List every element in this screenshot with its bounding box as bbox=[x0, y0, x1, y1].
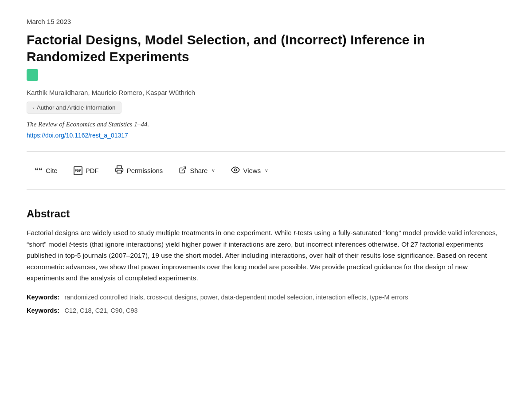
cite-icon: ❝❝ bbox=[35, 166, 43, 175]
views-icon bbox=[231, 165, 240, 176]
views-label: Views bbox=[243, 167, 261, 174]
article-title-text: Factorial Designs, Model Selection, and … bbox=[27, 31, 505, 65]
open-access-badge bbox=[27, 69, 38, 81]
cite-label: Cite bbox=[46, 167, 58, 174]
permissions-icon bbox=[115, 165, 124, 176]
abstract-section: Abstract Factorial designs are widely us… bbox=[27, 208, 505, 315]
share-icon bbox=[179, 166, 187, 176]
keywords1-values: randomized controlled trials, cross-cut … bbox=[61, 294, 408, 301]
abstract-body: Factorial designs are widely used to stu… bbox=[27, 227, 505, 284]
journal-pages: 1–44. bbox=[134, 121, 149, 128]
pdf-button[interactable]: PDF PDF bbox=[66, 163, 107, 179]
permissions-button[interactable]: Permissions bbox=[107, 161, 171, 180]
article-title-row: Factorial Designs, Model Selection, and … bbox=[27, 31, 505, 83]
keywords2-label: Keywords: bbox=[27, 307, 59, 314]
svg-point-2 bbox=[235, 169, 237, 171]
views-dropdown-icon: ∨ bbox=[265, 168, 268, 173]
chevron-right-icon: › bbox=[32, 105, 34, 110]
views-button[interactable]: Views ∨ bbox=[223, 162, 276, 180]
pdf-label: PDF bbox=[86, 167, 99, 174]
keywords2-values: C12, C18, C21, C90, C93 bbox=[61, 307, 137, 314]
journal-info: The Review of Economics and Statistics 1… bbox=[27, 121, 505, 128]
svg-line-1 bbox=[182, 167, 186, 170]
share-button[interactable]: Share ∨ bbox=[171, 162, 223, 179]
article-authors: Karthik Muralidharan, Mauricio Romero, K… bbox=[27, 89, 505, 96]
keywords-row-2: Keywords: C12, C18, C21, C90, C93 bbox=[27, 306, 505, 316]
share-label: Share bbox=[190, 167, 207, 174]
pdf-icon: PDF bbox=[74, 166, 82, 175]
doi-link[interactable]: https://doi.org/10.1162/rest_a_01317 bbox=[27, 132, 505, 139]
toolbar-divider bbox=[27, 151, 505, 152]
article-date: March 15 2023 bbox=[27, 18, 505, 25]
author-info-label: Author and Article Information bbox=[37, 104, 116, 111]
abstract-text-part3: -tests (that ignore interactions) yield … bbox=[27, 240, 487, 282]
abstract-text-part1: Factorial designs are widely used to stu… bbox=[27, 229, 293, 236]
share-dropdown-icon: ∨ bbox=[211, 168, 215, 173]
cite-button[interactable]: ❝❝ Cite bbox=[27, 163, 66, 178]
article-toolbar: ❝❝ Cite PDF PDF Permissions Share bbox=[27, 161, 505, 180]
keywords1-label: Keywords: bbox=[27, 294, 59, 301]
permissions-label: Permissions bbox=[127, 167, 163, 174]
abstract-heading: Abstract bbox=[27, 208, 505, 220]
journal-name: The Review of Economics and Statistics bbox=[27, 121, 133, 128]
content-divider bbox=[27, 189, 505, 190]
svg-rect-0 bbox=[117, 170, 121, 173]
author-info-button[interactable]: › Author and Article Information bbox=[27, 102, 121, 114]
keywords-row-1: Keywords: randomized controlled trials, … bbox=[27, 293, 505, 303]
